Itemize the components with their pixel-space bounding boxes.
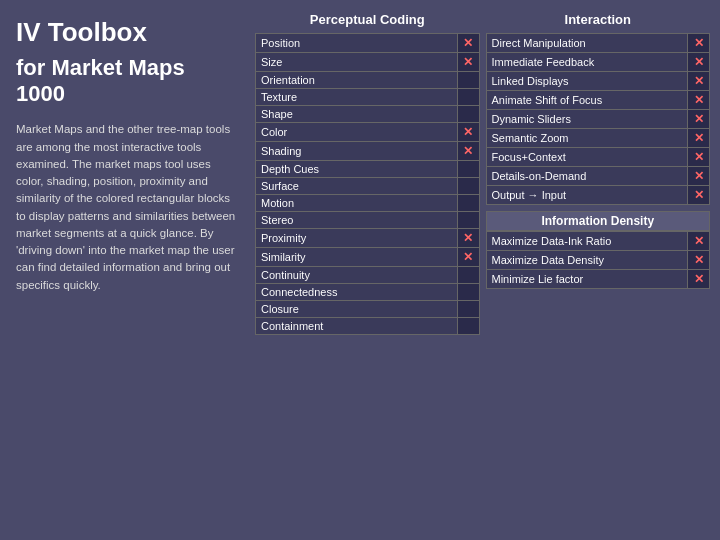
mark-cell: ✕ <box>688 251 710 270</box>
table-row: Minimize Lie factor ✕ <box>486 270 710 289</box>
row-label: Semantic Zoom <box>486 129 688 148</box>
row-label: Orientation <box>256 72 458 89</box>
mark-cell: ✕ <box>457 123 479 142</box>
mark-cell: ✕ <box>688 72 710 91</box>
mark-cell: ✕ <box>457 248 479 267</box>
table-row: Continuity <box>256 267 480 284</box>
table-row: Animate Shift of Focus ✕ <box>486 91 710 110</box>
table-row: Motion <box>256 195 480 212</box>
right-panel: Perceptual Coding Position ✕ Size ✕ Orie… <box>255 0 720 540</box>
row-label: Texture <box>256 89 458 106</box>
table-row: Texture <box>256 89 480 106</box>
row-label: Similarity <box>256 248 458 267</box>
table-row: Containment <box>256 318 480 335</box>
row-label: Focus+Context <box>486 148 688 167</box>
info-density-heading: Information Density <box>486 211 711 231</box>
page-title: IV Toolbox <box>16 18 239 47</box>
table-row: Maximize Data Density ✕ <box>486 251 710 270</box>
left-panel: IV Toolbox for Market Maps 1000 Market M… <box>0 0 255 540</box>
table-row: Semantic Zoom ✕ <box>486 129 710 148</box>
mark-cell <box>457 161 479 178</box>
page-subtitle: for Market Maps 1000 <box>16 55 239 108</box>
mark-cell: ✕ <box>457 34 479 53</box>
mark-cell: ✕ <box>688 148 710 167</box>
table-row: Focus+Context ✕ <box>486 148 710 167</box>
row-label: Output → Input <box>486 186 688 205</box>
table-row: Connectedness <box>256 284 480 301</box>
row-label: Minimize Lie factor <box>486 270 688 289</box>
table-row: Linked Displays ✕ <box>486 72 710 91</box>
table-row: Stereo <box>256 212 480 229</box>
perceptual-table: Position ✕ Size ✕ Orientation Texture Sh… <box>255 33 480 335</box>
table-row: Output → Input ✕ <box>486 186 710 205</box>
table-row: Position ✕ <box>256 34 480 53</box>
row-label: Maximize Data-Ink Ratio <box>486 232 688 251</box>
table-row: Orientation <box>256 72 480 89</box>
row-label: Immediate Feedback <box>486 53 688 72</box>
table-row: Maximize Data-Ink Ratio ✕ <box>486 232 710 251</box>
table-row: Shape <box>256 106 480 123</box>
table-row: Similarity ✕ <box>256 248 480 267</box>
row-label: Continuity <box>256 267 458 284</box>
mark-cell: ✕ <box>457 142 479 161</box>
table-row: Immediate Feedback ✕ <box>486 53 710 72</box>
row-label: Color <box>256 123 458 142</box>
table-row: Depth Cues <box>256 161 480 178</box>
mark-cell: ✕ <box>688 110 710 129</box>
table-row: Details-on-Demand ✕ <box>486 167 710 186</box>
row-label: Animate Shift of Focus <box>486 91 688 110</box>
row-label: Depth Cues <box>256 161 458 178</box>
row-label: Shape <box>256 106 458 123</box>
mark-cell: ✕ <box>688 167 710 186</box>
row-label: Maximize Data Density <box>486 251 688 270</box>
perceptual-heading: Perceptual Coding <box>255 10 480 29</box>
row-label: Proximity <box>256 229 458 248</box>
mark-cell <box>457 89 479 106</box>
mark-cell <box>457 284 479 301</box>
interaction-heading: Interaction <box>486 10 711 29</box>
table-row: Closure <box>256 301 480 318</box>
row-label: Dynamic Sliders <box>486 110 688 129</box>
table-row: Size ✕ <box>256 53 480 72</box>
mark-cell: ✕ <box>688 53 710 72</box>
row-label: Direct Manipulation <box>486 34 688 53</box>
mark-cell: ✕ <box>688 186 710 205</box>
table-row: Shading ✕ <box>256 142 480 161</box>
row-label: Linked Displays <box>486 72 688 91</box>
row-label: Connectedness <box>256 284 458 301</box>
mark-cell: ✕ <box>688 34 710 53</box>
mark-cell: ✕ <box>688 270 710 289</box>
mark-cell: ✕ <box>688 232 710 251</box>
row-label: Closure <box>256 301 458 318</box>
mark-cell <box>457 106 479 123</box>
row-label: Size <box>256 53 458 72</box>
table-row: Surface <box>256 178 480 195</box>
main-container: IV Toolbox for Market Maps 1000 Market M… <box>0 0 720 540</box>
row-label: Surface <box>256 178 458 195</box>
row-label: Containment <box>256 318 458 335</box>
info-density-table: Maximize Data-Ink Ratio ✕ Maximize Data … <box>486 231 711 289</box>
mark-cell <box>457 318 479 335</box>
interaction-section: Interaction Direct Manipulation ✕ Immedi… <box>486 10 711 530</box>
row-label: Position <box>256 34 458 53</box>
table-row: Dynamic Sliders ✕ <box>486 110 710 129</box>
table-row: Direct Manipulation ✕ <box>486 34 710 53</box>
row-label: Details-on-Demand <box>486 167 688 186</box>
table-row: Color ✕ <box>256 123 480 142</box>
mark-cell: ✕ <box>688 129 710 148</box>
row-label: Motion <box>256 195 458 212</box>
mark-cell: ✕ <box>688 91 710 110</box>
table-row: Proximity ✕ <box>256 229 480 248</box>
mark-cell <box>457 301 479 318</box>
mark-cell <box>457 267 479 284</box>
row-label: Shading <box>256 142 458 161</box>
mark-cell <box>457 195 479 212</box>
mark-cell <box>457 178 479 195</box>
mark-cell: ✕ <box>457 53 479 72</box>
mark-cell <box>457 72 479 89</box>
mark-cell <box>457 212 479 229</box>
interaction-table: Direct Manipulation ✕ Immediate Feedback… <box>486 33 711 205</box>
mark-cell: ✕ <box>457 229 479 248</box>
perceptual-section: Perceptual Coding Position ✕ Size ✕ Orie… <box>255 10 480 530</box>
description-text: Market Maps and the other tree-map tools… <box>16 121 239 294</box>
